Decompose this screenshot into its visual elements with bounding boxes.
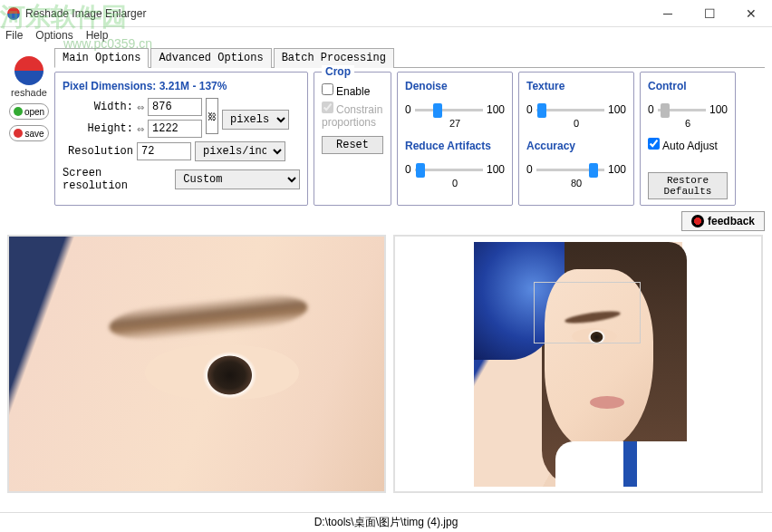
height-input[interactable]: [148, 120, 202, 138]
enable-crop-checkbox[interactable]: Enable: [322, 85, 370, 98]
titlebar: Reshade Image Enlarger ─ ☐ ✕: [0, 0, 772, 27]
stepper-icon[interactable]: ⇔: [137, 102, 144, 112]
resolution-input[interactable]: [137, 142, 191, 160]
brand-label: reshade: [11, 87, 47, 98]
constrain-checkbox: Constrain proportions: [322, 103, 382, 129]
original-image: [474, 242, 682, 487]
statusbar: D:\tools\桌面\图片\timg (4).jpg: [0, 512, 772, 532]
control-group: Control 0100 6 Auto Adjust Restore Defau…: [640, 72, 736, 206]
reset-crop-button[interactable]: Reset: [322, 136, 383, 154]
menu-options[interactable]: Options: [35, 29, 72, 44]
denoise-value: 27: [405, 118, 505, 129]
app-icon: [7, 7, 20, 20]
open-icon: [14, 107, 23, 116]
texture-title: Texture: [526, 80, 626, 92]
texture-accuracy-group: Texture 0100 0 Accuracy 0100 80: [518, 72, 634, 206]
tabs: Main Options Advanced Options Batch Proc…: [54, 47, 765, 68]
reduce-slider[interactable]: [415, 169, 483, 171]
close-button[interactable]: ✕: [730, 0, 772, 27]
pixel-title: Pixel Dimensions: 3.21M - 137%: [63, 80, 300, 92]
screen-resolution-label: Screen resolution: [63, 167, 171, 192]
maximize-button[interactable]: ☐: [689, 0, 730, 27]
texture-slider[interactable]: [536, 109, 604, 111]
menu-file[interactable]: File: [5, 29, 23, 44]
denoise-reduce-group: Denoise 0100 27 Reduce Artifacts 0100 0: [397, 72, 513, 206]
menu-help[interactable]: Help: [86, 29, 109, 44]
auto-adjust-checkbox[interactable]: Auto Adjust: [648, 140, 718, 152]
stepper-icon[interactable]: ⇔: [137, 124, 144, 134]
minimize-button[interactable]: ─: [647, 0, 689, 27]
pixel-dimensions-group: Pixel Dimensions: 3.21M - 137% Width: ⇔ …: [54, 72, 308, 206]
control-slider[interactable]: [658, 109, 706, 111]
reduce-value: 0: [405, 178, 505, 189]
file-path: D:\tools\桌面\图片\timg (4).jpg: [314, 515, 458, 530]
save-icon: [14, 129, 23, 138]
save-button[interactable]: save: [9, 125, 49, 141]
open-button[interactable]: open: [9, 103, 49, 120]
control-title: Control: [648, 80, 728, 92]
denoise-title: Denoise: [405, 80, 505, 92]
restore-defaults-button[interactable]: Restore Defaults: [648, 172, 728, 199]
height-label: Height:: [63, 122, 133, 135]
accuracy-value: 80: [526, 178, 626, 189]
preview-original-pane[interactable]: [393, 235, 763, 493]
crop-title: Crop: [322, 65, 354, 78]
resolution-label: Resolution: [63, 145, 133, 158]
accuracy-title: Accuracy: [526, 140, 626, 152]
denoise-slider[interactable]: [415, 109, 483, 111]
screen-resolution-select[interactable]: Custom: [175, 169, 300, 189]
unit-select[interactable]: pixels: [222, 110, 289, 130]
feedback-button[interactable]: feedback: [681, 211, 765, 231]
preview-enlarged-pane[interactable]: [7, 235, 386, 493]
crop-group: Crop Enable Constrain proportions Reset: [314, 72, 391, 206]
control-value: 6: [648, 118, 728, 129]
selection-rectangle[interactable]: [534, 282, 641, 343]
bug-icon: [691, 215, 704, 227]
resolution-unit-select[interactable]: pixels/inch: [195, 141, 285, 161]
tab-advanced-options[interactable]: Advanced Options: [150, 48, 271, 68]
reshade-logo-icon: [14, 56, 43, 85]
tab-main-options[interactable]: Main Options: [54, 48, 149, 68]
window-title: Reshade Image Enlarger: [25, 7, 146, 20]
menubar: File Options Help: [0, 27, 772, 45]
width-label: Width:: [63, 101, 133, 113]
reduce-title: Reduce Artifacts: [405, 140, 505, 152]
accuracy-slider[interactable]: [536, 169, 604, 171]
enlarged-image: [9, 237, 384, 491]
link-dimensions-icon[interactable]: ⛓: [206, 98, 218, 134]
left-toolbar: reshade open save: [7, 47, 51, 206]
texture-value: 0: [526, 118, 626, 129]
width-input[interactable]: [148, 98, 202, 116]
